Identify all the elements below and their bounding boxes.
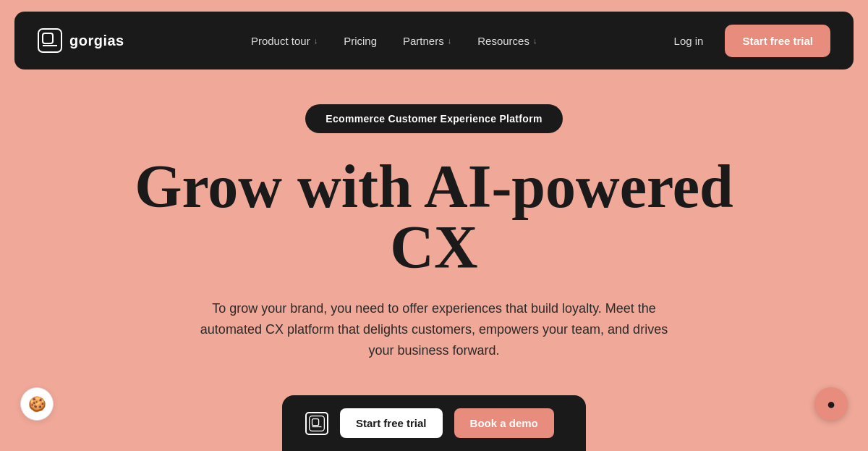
hero-badge: Ecommerce Customer Experience Platform [305,104,562,133]
chat-button[interactable]: ● [814,387,848,421]
logo-text: gorgias [69,33,124,49]
chat-icon: ● [827,396,835,413]
nav-item-pricing[interactable]: Pricing [333,29,387,53]
cookie-icon: 🍪 [28,395,46,413]
nav-item-resources[interactable]: Resources ↓ [467,29,547,53]
cookie-consent-button[interactable]: 🍪 [20,387,54,421]
svg-rect-0 [38,29,61,52]
hero-title: Grow with AI-powered CX [109,156,760,278]
navbar: gorgias Product tour ↓ Pricing Partners … [14,12,854,69]
svg-rect-1 [43,33,53,43]
cta-bar: Start free trial Book a demo [282,395,586,451]
start-free-trial-button[interactable]: Start free trial [725,25,830,57]
navbar-actions: Log in Start free trial [664,25,830,57]
login-button[interactable]: Log in [664,29,714,53]
chevron-down-icon: ↓ [533,36,537,45]
nav-menu: Product tour ↓ Pricing Partners ↓ Resour… [241,29,547,53]
svg-rect-3 [310,416,325,431]
cta-book-demo-button[interactable]: Book a demo [454,408,554,438]
logo[interactable]: gorgias [38,28,124,53]
nav-item-partners[interactable]: Partners ↓ [393,29,461,53]
cta-start-free-trial-button[interactable]: Start free trial [340,408,443,438]
chevron-down-icon: ↓ [448,36,452,45]
logo-icon [38,28,62,53]
nav-item-product-tour[interactable]: Product tour ↓ [241,29,328,53]
hero-subtitle: To grow your brand, you need to offer ex… [199,298,669,361]
svg-rect-4 [312,418,319,425]
hero-section: Ecommerce Customer Experience Platform G… [0,69,868,389]
chevron-down-icon: ↓ [314,36,318,45]
cta-logo-icon [305,412,328,435]
